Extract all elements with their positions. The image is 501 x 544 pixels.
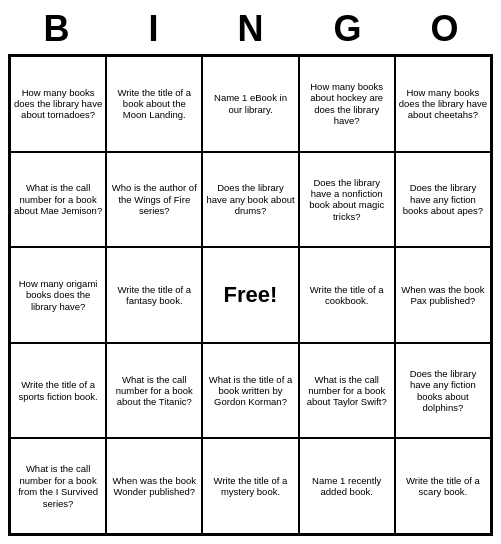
bingo-cell-19[interactable]: Does the library have any fiction books … [395, 343, 491, 439]
bingo-cell-6[interactable]: Who is the author of the Wings of Fire s… [106, 152, 202, 248]
bingo-cell-14[interactable]: When was the book Pax published? [395, 247, 491, 343]
bingo-cell-2[interactable]: Name 1 eBook in our library. [202, 56, 298, 152]
letter-o: O [401, 8, 489, 50]
bingo-cell-13[interactable]: Write the title of a cookbook. [299, 247, 395, 343]
bingo-cell-15[interactable]: Write the title of a sports fiction book… [10, 343, 106, 439]
bingo-cell-18[interactable]: What is the call number for a book about… [299, 343, 395, 439]
bingo-cell-21[interactable]: When was the book Wonder published? [106, 438, 202, 534]
bingo-cell-24[interactable]: Write the title of a scary book. [395, 438, 491, 534]
letter-g: G [304, 8, 392, 50]
bingo-cell-20[interactable]: What is the call number for a book from … [10, 438, 106, 534]
bingo-cell-22[interactable]: Write the title of a mystery book. [202, 438, 298, 534]
bingo-cell-23[interactable]: Name 1 recently added book. [299, 438, 395, 534]
bingo-cell-1[interactable]: Write the title of a book about the Moon… [106, 56, 202, 152]
bingo-cell-4[interactable]: How many books does the library have abo… [395, 56, 491, 152]
bingo-cell-8[interactable]: Does the library have a nonfiction book … [299, 152, 395, 248]
letter-b: B [13, 8, 101, 50]
bingo-cell-7[interactable]: Does the library have any book about dru… [202, 152, 298, 248]
bingo-cell-3[interactable]: How many books about hockey are does the… [299, 56, 395, 152]
bingo-cell-9[interactable]: Does the library have any fiction books … [395, 152, 491, 248]
bingo-cell-12[interactable]: Free! [202, 247, 298, 343]
bingo-cell-10[interactable]: How many origami books does the library … [10, 247, 106, 343]
bingo-cell-16[interactable]: What is the call number for a book about… [106, 343, 202, 439]
bingo-grid: How many books does the library have abo… [8, 54, 493, 536]
bingo-cell-11[interactable]: Write the title of a fantasy book. [106, 247, 202, 343]
bingo-cell-5[interactable]: What is the call number for a book about… [10, 152, 106, 248]
bingo-cell-0[interactable]: How many books does the library have abo… [10, 56, 106, 152]
bingo-cell-17[interactable]: What is the title of a book written by G… [202, 343, 298, 439]
bingo-header: B I N G O [8, 8, 493, 50]
letter-i: I [110, 8, 198, 50]
letter-n: N [207, 8, 295, 50]
